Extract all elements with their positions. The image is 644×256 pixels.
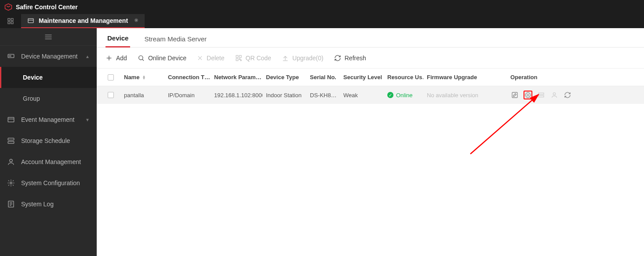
tab-label: Maintenance and Management bbox=[39, 17, 128, 24]
svg-rect-38 bbox=[538, 93, 544, 94]
sort-icon: ▲▼ bbox=[142, 75, 146, 80]
sidebar-label: Event Management bbox=[21, 116, 74, 123]
cell-network: 192.168.1.102:8000 bbox=[211, 92, 262, 99]
main-area: Device Management ▲ Device Group Event M… bbox=[0, 28, 644, 256]
svg-rect-14 bbox=[8, 117, 14, 122]
sidebar-item-group[interactable]: Group bbox=[0, 88, 97, 109]
svg-rect-4 bbox=[11, 22, 13, 24]
svg-rect-33 bbox=[239, 59, 240, 59]
sidebar-label: Device Management bbox=[21, 53, 77, 60]
cell-value: DS-KH8… bbox=[310, 92, 337, 99]
col-label: Operation bbox=[510, 74, 537, 80]
cell-resource: ✓ Online bbox=[384, 92, 423, 99]
cell-firmware: No available version bbox=[423, 92, 507, 99]
cell-value: IP/Domain bbox=[168, 92, 195, 99]
select-all-checkbox[interactable] bbox=[108, 74, 114, 80]
chevron-up-icon: ▲ bbox=[85, 54, 90, 59]
svg-point-26 bbox=[139, 55, 143, 59]
button-label: Refresh bbox=[345, 55, 366, 62]
gear-icon[interactable] bbox=[524, 91, 532, 99]
col-operation: Operation bbox=[507, 74, 582, 80]
cell-serial: DS-KH8… bbox=[306, 92, 340, 99]
cell-operation bbox=[507, 91, 582, 99]
home-button[interactable] bbox=[0, 14, 21, 28]
button-label: Delete bbox=[207, 55, 224, 62]
svg-point-18 bbox=[10, 159, 12, 162]
button-label: Upgrade(0) bbox=[292, 55, 324, 62]
device-table: Name ▲▼ Connection T… Network Param… Dev… bbox=[97, 69, 644, 104]
delete-button[interactable]: Delete bbox=[197, 55, 224, 62]
subtab-label: Stream Media Server bbox=[144, 35, 207, 43]
col-label: Firmware Upgrade bbox=[427, 74, 477, 80]
svg-rect-36 bbox=[512, 92, 517, 98]
svg-point-12 bbox=[9, 56, 10, 57]
sidebar: Device Management ▲ Device Group Event M… bbox=[0, 28, 97, 256]
button-label: Online Device bbox=[148, 55, 186, 62]
add-button[interactable]: Add bbox=[106, 55, 127, 62]
col-firmware[interactable]: Firmware Upgrade bbox=[423, 74, 507, 80]
edit-icon[interactable] bbox=[510, 91, 519, 99]
sidebar-item-system-log[interactable]: System Log bbox=[0, 194, 97, 215]
col-label: Device Type bbox=[266, 74, 299, 80]
col-label: Network Param… bbox=[214, 74, 262, 80]
sidebar-item-device[interactable]: Device bbox=[0, 67, 97, 88]
col-network[interactable]: Network Param… bbox=[211, 74, 262, 80]
status-text: Online bbox=[396, 92, 413, 99]
svg-rect-3 bbox=[8, 22, 10, 24]
cell-value: Weak bbox=[343, 92, 358, 99]
col-label: Security Level bbox=[343, 74, 382, 80]
svg-rect-2 bbox=[11, 18, 13, 21]
col-device-type[interactable]: Device Type bbox=[262, 74, 306, 80]
online-device-button[interactable]: Online Device bbox=[138, 55, 186, 62]
sidebar-item-system-configuration[interactable]: System Configuration bbox=[0, 172, 97, 194]
storage-icon[interactable] bbox=[537, 91, 546, 99]
sidebar-label: Account Management bbox=[21, 158, 81, 165]
cell-value: 192.168.1.102:8000 bbox=[214, 92, 262, 99]
svg-point-40 bbox=[553, 93, 555, 95]
col-label: Resource Us… bbox=[387, 74, 423, 80]
col-resource[interactable]: Resource Us… bbox=[384, 74, 423, 80]
cell-device-type: Indoor Station bbox=[262, 92, 306, 99]
svg-point-19 bbox=[10, 182, 12, 184]
sidebar-label: System Configuration bbox=[21, 179, 80, 187]
qr-code-button[interactable]: QR Code bbox=[235, 55, 271, 62]
chevron-down-icon: ▼ bbox=[85, 117, 90, 122]
svg-point-13 bbox=[11, 56, 11, 57]
svg-rect-16 bbox=[8, 138, 14, 140]
check-circle-icon: ✓ bbox=[387, 92, 393, 98]
sidebar-label: Group bbox=[23, 95, 40, 102]
svg-rect-30 bbox=[236, 55, 238, 58]
col-label: Serial No. bbox=[310, 74, 336, 80]
sidebar-label: Storage Schedule bbox=[21, 137, 70, 144]
sidebar-label: System Log bbox=[21, 201, 54, 208]
refresh-button[interactable]: Refresh bbox=[334, 55, 366, 62]
sidebar-item-storage-schedule[interactable]: Storage Schedule bbox=[0, 130, 97, 151]
user-icon[interactable] bbox=[550, 91, 559, 99]
col-serial[interactable]: Serial No. bbox=[306, 74, 340, 80]
sidebar-collapse-button[interactable] bbox=[0, 28, 97, 46]
app-logo-icon bbox=[4, 3, 12, 11]
col-label: Connection T… bbox=[168, 74, 210, 80]
sidebar-item-device-management[interactable]: Device Management ▲ bbox=[0, 46, 97, 67]
svg-rect-1 bbox=[8, 18, 10, 21]
col-security[interactable]: Security Level bbox=[340, 74, 384, 80]
button-label: Add bbox=[116, 55, 127, 62]
sidebar-item-event-management[interactable]: Event Management ▼ bbox=[0, 109, 97, 130]
subtab-stream-media-server[interactable]: Stream Media Server bbox=[142, 35, 208, 47]
upgrade-button[interactable]: Upgrade(0) bbox=[282, 55, 324, 62]
col-connection[interactable]: Connection T… bbox=[164, 74, 211, 80]
cell-value: pantalla bbox=[124, 92, 144, 99]
row-checkbox[interactable] bbox=[108, 92, 114, 98]
close-icon[interactable] bbox=[134, 18, 138, 24]
maintenance-icon bbox=[27, 17, 34, 24]
tab-maintenance[interactable]: Maintenance and Management bbox=[21, 14, 145, 28]
subtab-device[interactable]: Device bbox=[106, 34, 130, 48]
title-bar: Safire Control Center bbox=[0, 0, 644, 14]
refresh-row-icon[interactable] bbox=[563, 91, 572, 99]
toolbar: Add Online Device Delete QR Code Upgrade… bbox=[97, 48, 644, 69]
cell-security: Weak bbox=[340, 92, 384, 99]
cell-value: Indoor Station bbox=[266, 92, 302, 99]
col-name[interactable]: Name ▲▼ bbox=[120, 74, 164, 80]
sidebar-item-account-management[interactable]: Account Management bbox=[0, 151, 97, 172]
svg-rect-17 bbox=[8, 142, 14, 144]
